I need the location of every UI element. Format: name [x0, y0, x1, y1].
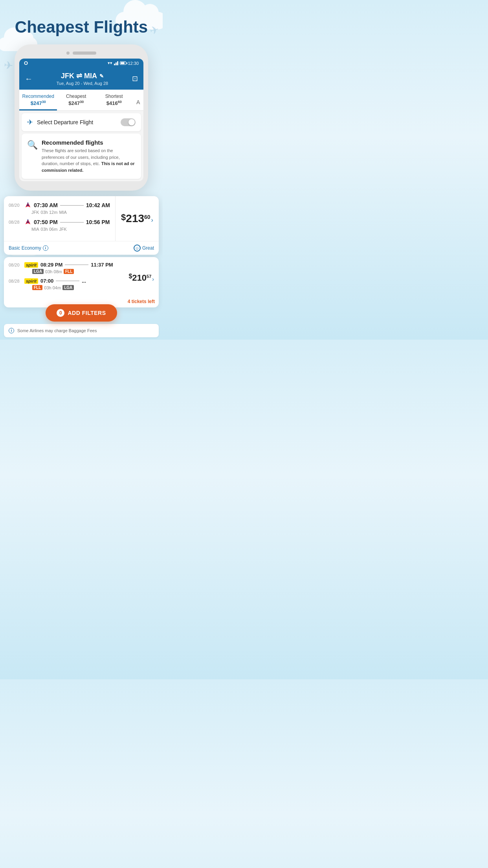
speaker-bar — [73, 51, 96, 55]
spirit-logo-1: spirit — [24, 262, 38, 268]
select-departure-row: ✈ Select Departure Flight — [22, 113, 141, 131]
phone-speaker — [19, 51, 143, 55]
phone-mockup: O ▾▾ 12:30 ← JFK ⇌ MIA ✎ — [15, 44, 148, 191]
add-filters-button[interactable]: 0 ADD FILTERS — [46, 304, 117, 322]
arr-airport-2: JFK — [59, 227, 67, 232]
recommended-title: Recommended flights — [42, 139, 136, 146]
price-main-2: 210 — [132, 273, 147, 283]
filter-badge: 0 — [57, 309, 64, 317]
header-route: JFK ⇌ MIA ✎ — [57, 72, 108, 80]
app-header: ← JFK ⇌ MIA ✎ Tue, Aug 20 - Wed, Aug 28 … — [19, 68, 143, 90]
dep-airport-2: MIA — [31, 227, 39, 232]
airplane-decoration-2: ✈ — [4, 59, 14, 72]
recommended-icon: 🔍 — [27, 140, 38, 150]
speaker-dot — [66, 51, 70, 55]
seg2-arr-time-1: 11:37 PM — [91, 262, 113, 268]
price-cents-1: 60 — [144, 214, 150, 220]
departure-label: Select Departure Flight — [37, 119, 93, 125]
status-app-icon: O — [24, 60, 28, 66]
flight-card-footer-1: Basic Economy i ☺ Great — [4, 241, 159, 255]
flight-card-body-1: 08/20 07:30 AM 10:42 AM — [4, 196, 159, 241]
flight-card-1[interactable]: 08/20 07:30 AM 10:42 AM — [4, 196, 159, 255]
page-title: Cheapest Flights — [0, 0, 163, 44]
great-badge: ☺ Great — [134, 245, 154, 252]
arr-time-1: 10:42 AM — [86, 202, 110, 208]
tab-cheapest[interactable]: Cheapest $24730 — [57, 90, 95, 110]
tab-recommended[interactable]: Recommended $24730 — [19, 90, 57, 110]
economy-info-icon[interactable]: i — [43, 245, 48, 251]
recommended-section: 🔍 Recommended flights These flights are … — [22, 134, 141, 179]
chevron-right-1: › — [151, 217, 153, 224]
flight-segment-2-1: 08/20 spirit 08:29 PM 11:37 PM LGA 03h 0… — [9, 262, 119, 274]
airline-logo-aa-2 — [24, 219, 31, 226]
status-bar: O ▾▾ 12:30 — [19, 59, 143, 68]
dep-time-1: 07:30 AM — [34, 202, 58, 208]
flight-segments-2: 08/20 spirit 08:29 PM 11:37 PM LGA 03h 0… — [9, 262, 119, 294]
flight-card-body-2: 08/20 spirit 08:29 PM 11:37 PM LGA 03h 0… — [4, 257, 159, 299]
segment2-date-1: 08/20 — [9, 263, 22, 267]
arr-time-2: 10:56 PM — [86, 219, 110, 225]
recommended-desc: These flights are sorted based on the pr… — [42, 147, 136, 173]
flight-segments-1: 08/20 07:30 AM 10:42 AM — [4, 196, 116, 241]
dep-airport-1: JFK — [31, 210, 39, 215]
departure-toggle[interactable] — [121, 118, 136, 126]
flight-price-col-2: $ 210 57 › — [119, 262, 154, 294]
segment2-date-2: 08/28 — [9, 279, 22, 283]
flight-price-col-1: $ 213 60 › — [116, 196, 159, 241]
dep-time-2: 07:50 PM — [34, 219, 58, 225]
aa-icon-2 — [24, 219, 31, 226]
edit-icon[interactable]: ✎ — [99, 73, 104, 79]
seg2-duration-1: 03h 08m — [45, 269, 62, 274]
chevron-right-2: › — [152, 276, 154, 282]
airport-tag-lga: LGA — [32, 269, 44, 274]
arr-airport-1: MIA — [59, 210, 67, 215]
header-center: JFK ⇌ MIA ✎ Tue, Aug 20 - Wed, Aug 28 — [57, 72, 108, 86]
smiley-icon: ☺ — [134, 245, 141, 252]
duration-1: 03h 12m — [41, 210, 58, 215]
seg2-dep-time-1: 08:29 PM — [40, 262, 62, 268]
back-button[interactable]: ← — [25, 74, 33, 83]
rating-label: Great — [142, 245, 154, 251]
price-dollar-1: $ — [121, 212, 126, 223]
wifi-icon: ▾▾ — [108, 61, 112, 66]
seg2-dep-time-2: 07:00 — [40, 278, 53, 284]
add-filters-label: ADD FILTERS — [68, 310, 106, 316]
battery-icon — [120, 61, 126, 65]
phone-screen: O ▾▾ 12:30 ← JFK ⇌ MIA ✎ — [19, 59, 143, 181]
airport-tag-fll-1: FLL — [64, 269, 74, 274]
status-right: ▾▾ 12:30 — [108, 61, 139, 66]
baggage-info-icon: i — [9, 328, 14, 333]
segment-date-2: 08/28 — [9, 220, 22, 224]
segment-date-1: 08/20 — [9, 203, 22, 208]
tabs-bar: Recommended $24730 Cheapest $24730 Short… — [19, 90, 143, 111]
seg2-arr-time-2: ... — [82, 278, 86, 284]
seg2-duration-2: 03h 04m — [44, 285, 61, 290]
tab-shortest[interactable]: Shortest $41660 — [95, 90, 133, 110]
toggle-knob — [128, 119, 135, 125]
tab-more[interactable]: A — [133, 90, 143, 110]
aa-icon — [24, 202, 31, 209]
basic-economy-label: Basic Economy i — [9, 245, 48, 251]
flight-segment-2: 08/28 07:50 PM 10:56 PM — [9, 219, 110, 232]
battery-fill — [121, 62, 125, 64]
flight-card-2[interactable]: 08/20 spirit 08:29 PM 11:37 PM LGA 03h 0… — [4, 257, 159, 307]
price-main-1: 213 — [126, 212, 144, 225]
flight-segment-1: 08/20 07:30 AM 10:42 AM — [9, 202, 110, 215]
airport-tag-fll-2: FLL — [32, 285, 42, 290]
airline-logo-aa-1 — [24, 202, 31, 209]
header-dates: Tue, Aug 20 - Wed, Aug 28 — [57, 81, 108, 86]
price-cents-2: 57 — [147, 274, 151, 279]
flight-segment-2-2: 08/28 spirit 07:00 ... FLL 03h 04m LGA — [9, 278, 119, 290]
signal-bars — [114, 61, 118, 65]
baggage-notice-text: Some Airlines may charge Baggage Fees — [17, 328, 97, 333]
baggage-notice: i Some Airlines may charge Baggage Fees — [4, 324, 159, 337]
status-time: 12:30 — [128, 61, 139, 66]
bookmark-button[interactable]: ⊡ — [132, 74, 138, 83]
airport-tag-lga-2: LGA — [62, 285, 74, 290]
duration-2: 03h 06m — [41, 227, 58, 232]
departure-plane-icon: ✈ — [27, 118, 33, 127]
filters-wrapper: 0 ADD FILTERS — [0, 311, 163, 322]
spirit-logo-2: spirit — [24, 278, 38, 284]
